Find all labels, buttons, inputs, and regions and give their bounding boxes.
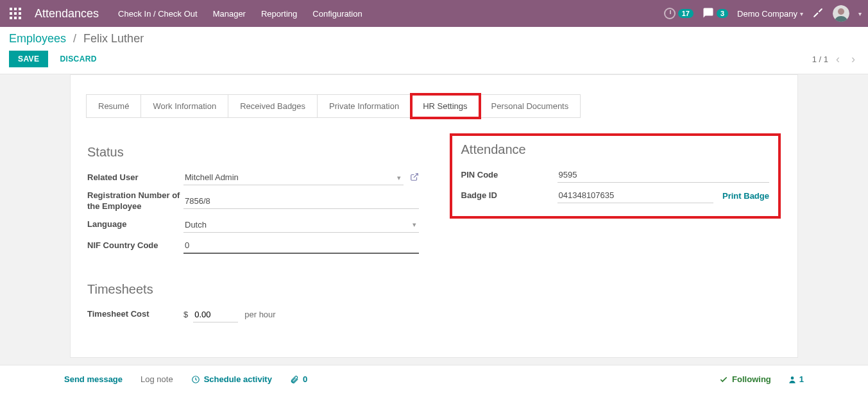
pager-text: 1 / 1 [812, 54, 828, 64]
chatter-left: Send message Log note Schedule activity … [64, 374, 307, 384]
tab-received-badges[interactable]: Received Badges [228, 94, 318, 118]
badge-id-label: Badge ID [461, 190, 557, 201]
timesheet-cost-row: Timesheet Cost $ per hour [87, 305, 419, 325]
svg-point-13 [790, 376, 794, 380]
log-note-button[interactable]: Log note [140, 374, 173, 384]
paperclip-icon [290, 375, 299, 384]
breadcrumb: Employees / Felix Luther [9, 32, 859, 46]
svg-point-10 [838, 8, 844, 15]
chatter-bar: Send message Log note Schedule activity … [0, 365, 868, 393]
user-menu-caret-icon[interactable]: ▾ [858, 10, 862, 17]
pager: 1 / 1 ‹ › [812, 53, 859, 66]
form-sheet: Resumé Work Information Received Badges … [70, 74, 798, 358]
language-label: Language [87, 219, 183, 230]
schedule-activity-button[interactable]: Schedule activity [191, 374, 272, 384]
pin-code-label: PIN Code [461, 170, 557, 181]
nif-country-code-row: NIF Country Code [87, 235, 419, 256]
svg-rect-4 [14, 12, 17, 15]
attendance-group: Attendance PIN Code Badge ID Print Badge [450, 133, 781, 219]
chatter-right: Following 1 [719, 374, 804, 384]
svg-rect-3 [10, 12, 12, 15]
svg-rect-7 [14, 17, 17, 19]
pin-code-input[interactable] [557, 167, 770, 183]
tab-private-information[interactable]: Private Information [318, 94, 411, 118]
attachments-button[interactable]: 0 [290, 374, 307, 384]
language-select[interactable] [183, 217, 419, 233]
save-button[interactable]: SAVE [9, 51, 48, 67]
check-icon [719, 375, 728, 384]
svg-rect-0 [10, 8, 12, 10]
tab-resume[interactable]: Resumé [86, 94, 141, 118]
followers-count: 1 [799, 374, 804, 384]
svg-rect-6 [10, 17, 12, 19]
related-user-row: Related User ▾ [87, 167, 419, 188]
control-row: SAVE DISCARD 1 / 1 ‹ › [9, 51, 859, 67]
svg-rect-8 [19, 17, 21, 19]
tab-personal-documents[interactable]: Personal Documents [480, 94, 581, 118]
developer-tools-button[interactable] [812, 7, 824, 21]
tab-bar: Resumé Work Information Received Badges … [71, 94, 797, 118]
form-viewport[interactable]: Resumé Work Information Received Badges … [0, 74, 868, 369]
nif-country-code-input[interactable] [183, 238, 419, 254]
following-button[interactable]: Following [719, 374, 771, 384]
tab-work-information[interactable]: Work Information [141, 94, 228, 118]
breadcrumb-root[interactable]: Employees [9, 32, 66, 45]
send-message-button[interactable]: Send message [64, 374, 123, 384]
company-selector[interactable]: Demo Company ▾ [737, 9, 803, 19]
badge-id-row: Badge ID Print Badge [461, 185, 770, 206]
topbar: Attendances Check In / Check Out Manager… [0, 0, 868, 27]
registration-number-input[interactable] [183, 194, 419, 209]
language-row: Language ▾ [87, 215, 419, 235]
nav-configuration[interactable]: Configuration [312, 9, 362, 19]
form-columns: Status Related User ▾ Registration Numbe… [71, 118, 797, 325]
external-link-icon[interactable] [410, 172, 419, 183]
pager-next-button[interactable]: › [847, 53, 859, 66]
timesheet-cost-suffix: per hour [244, 310, 275, 319]
timer-badge: 17 [678, 9, 694, 18]
topbar-right: 17 3 Demo Company ▾ ▾ [664, 5, 862, 22]
app-title: Attendances [35, 7, 99, 21]
discard-button[interactable]: DISCARD [60, 54, 96, 63]
related-user-input[interactable] [183, 170, 404, 185]
followers-button[interactable]: 1 [788, 374, 804, 384]
svg-line-11 [413, 173, 417, 177]
apps-menu-icon[interactable] [6, 4, 24, 22]
nav-items: Check In / Check Out Manager Reporting C… [118, 9, 362, 19]
timesheet-cost-input[interactable] [193, 307, 238, 322]
related-user-label: Related User [87, 172, 183, 183]
timer-button[interactable]: 17 [664, 8, 694, 19]
print-badge-button[interactable]: Print Badge [722, 191, 769, 201]
pin-code-row: PIN Code [461, 165, 770, 185]
following-label: Following [732, 374, 771, 384]
pager-prev-button[interactable]: ‹ [832, 53, 844, 66]
caret-down-icon: ▾ [800, 10, 803, 17]
attendance-heading: Attendance [461, 142, 770, 157]
tab-hr-settings[interactable]: HR Settings [411, 94, 479, 118]
user-avatar[interactable] [833, 5, 849, 22]
svg-rect-1 [14, 8, 17, 10]
breadcrumb-current: Felix Luther [83, 32, 144, 45]
nav-check-in-out[interactable]: Check In / Check Out [118, 9, 198, 19]
chat-icon [702, 7, 714, 21]
control-panel: Employees / Felix Luther SAVE DISCARD 1 … [0, 27, 868, 74]
attachment-count: 0 [303, 374, 307, 384]
nav-manager[interactable]: Manager [213, 9, 246, 19]
clock-icon [664, 8, 676, 19]
clock-icon [191, 375, 200, 384]
badge-id-input[interactable] [557, 188, 714, 203]
right-column: Attendance PIN Code Badge ID Print Badge [450, 136, 781, 219]
svg-rect-2 [19, 8, 21, 10]
registration-number-label: Registration Number of the Employee [87, 190, 183, 212]
currency-symbol: $ [183, 310, 188, 319]
svg-rect-5 [19, 12, 21, 15]
company-name-label: Demo Company [737, 9, 797, 19]
messaging-button[interactable]: 3 [702, 7, 728, 21]
timesheet-cost-label: Timesheet Cost [87, 309, 183, 320]
nav-reporting[interactable]: Reporting [261, 9, 297, 19]
timesheets-heading: Timesheets [87, 282, 419, 297]
chat-badge: 3 [717, 9, 728, 18]
schedule-activity-label: Schedule activity [204, 374, 272, 384]
nif-country-code-label: NIF Country Code [87, 240, 183, 251]
registration-number-row: Registration Number of the Employee [87, 188, 419, 215]
breadcrumb-separator: / [73, 32, 76, 45]
